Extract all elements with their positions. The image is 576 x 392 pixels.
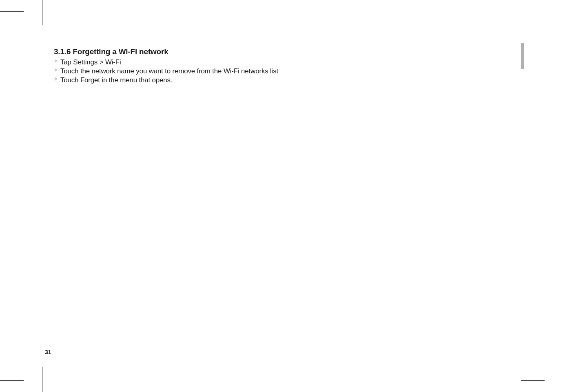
instruction-step: Tap Settings > Wi-Fi [54,58,470,67]
bullet-icon [54,59,59,65]
page-number: 31 [45,349,51,355]
bullet-icon [54,68,59,74]
crop-mark [42,367,42,392]
crop-mark [526,367,526,392]
step-text: Tap Settings > Wi-Fi [60,58,121,67]
instruction-step: Touch Forget in the menu that opens. [54,76,470,85]
instruction-step: Touch the network name you want to remov… [54,67,470,76]
crop-mark [42,0,42,25]
section-heading: 3.1.6 Forgetting a Wi-Fi network [54,47,470,56]
crop-mark [521,380,545,381]
step-text: Touch the network name you want to remov… [60,67,278,76]
page-tab-marker [521,43,524,69]
crop-mark [0,380,24,381]
crop-mark [0,11,24,12]
page-content: 3.1.6 Forgetting a Wi-Fi network Tap Set… [54,47,470,85]
crop-mark [526,11,526,25]
step-text: Touch Forget in the menu that opens. [60,76,172,85]
bullet-icon [54,77,59,83]
